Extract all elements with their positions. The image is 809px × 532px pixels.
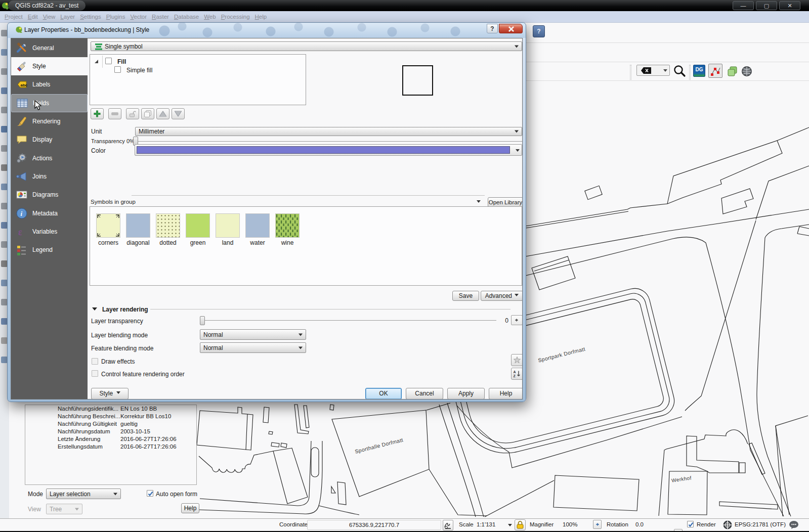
feature-order-button[interactable]: AZ bbox=[511, 368, 523, 380]
control-order-checkbox[interactable] bbox=[92, 370, 98, 377]
menu-help[interactable]: Help bbox=[252, 14, 270, 20]
dialog-help-button-bottom[interactable]: Help bbox=[489, 388, 523, 400]
sidebar-item-fields[interactable]: Fields bbox=[11, 94, 88, 112]
sidebar-item-style[interactable]: Style bbox=[11, 57, 88, 75]
layer-blending-combo[interactable]: Normal bbox=[200, 329, 306, 340]
view-combo[interactable]: Tree bbox=[46, 504, 82, 514]
window-minimize-button[interactable]: — bbox=[733, 1, 754, 10]
identify-help-button[interactable]: Help bbox=[181, 503, 199, 513]
coordinate-value[interactable]: 675336.9,221770.7 bbox=[307, 520, 441, 530]
fill-label[interactable]: Fill bbox=[117, 58, 126, 65]
menu-database[interactable]: Database bbox=[172, 14, 201, 20]
menu-view[interactable]: View bbox=[40, 14, 58, 20]
sidebar-item-variables[interactable]: ε Variables bbox=[11, 223, 88, 241]
scale-combo[interactable]: 1:1'131 bbox=[475, 520, 513, 530]
menu-raster[interactable]: Raster bbox=[149, 14, 172, 20]
symbol-tree-panel: Fill Simple fill bbox=[90, 54, 306, 105]
swatch-land[interactable] bbox=[216, 213, 240, 238]
messages-icon[interactable] bbox=[788, 520, 799, 530]
sidebar-item-actions[interactable]: Actions bbox=[11, 149, 88, 167]
symbol-type-combo[interactable]: Single symbol bbox=[91, 41, 522, 51]
dialog-close-button[interactable] bbox=[499, 24, 523, 33]
swatch-dotted[interactable] bbox=[156, 213, 180, 238]
crs-label[interactable]: EPSG:21781 (OTF) bbox=[735, 521, 786, 527]
sidebar-item-display[interactable]: Display bbox=[11, 130, 88, 149]
advanced-button[interactable]: Advanced bbox=[481, 291, 523, 301]
transparency-slider-groove[interactable] bbox=[136, 141, 522, 142]
sidebar-item-general[interactable]: General bbox=[11, 39, 88, 57]
duplicate-symbol-layer-button[interactable] bbox=[141, 108, 154, 119]
crs-globe-icon[interactable] bbox=[722, 520, 733, 530]
layer-rendering-collapse-icon[interactable] bbox=[92, 307, 97, 313]
swatch-label-wine: wine bbox=[272, 239, 303, 246]
style-menu-button[interactable]: Style bbox=[91, 388, 129, 400]
sidebar-item-labels[interactable]: abc Labels bbox=[11, 75, 88, 94]
feature-blending-combo[interactable]: Normal bbox=[200, 342, 306, 353]
sidebar-item-legend[interactable]: Legend bbox=[11, 241, 88, 259]
dg-plugin-icon[interactable]: DG bbox=[693, 65, 705, 77]
swatch-water[interactable] bbox=[245, 213, 270, 238]
open-library-button[interactable]: Open Library bbox=[488, 197, 523, 207]
vertex-tool-button[interactable] bbox=[708, 64, 722, 78]
globe-settings-icon[interactable] bbox=[741, 65, 753, 77]
symbols-group-combo[interactable] bbox=[132, 195, 485, 206]
sidebar-item-rendering[interactable]: Rendering bbox=[11, 112, 88, 130]
save-button[interactable]: Save bbox=[452, 291, 479, 301]
apply-button[interactable]: Apply bbox=[447, 388, 485, 400]
magnifier-spinner[interactable] bbox=[593, 520, 602, 529]
menu-project[interactable]: Project bbox=[2, 14, 25, 20]
swatch-corners[interactable] bbox=[96, 213, 120, 238]
effects-button[interactable] bbox=[511, 354, 523, 366]
unit-combo[interactable]: Millimeter bbox=[135, 127, 522, 136]
menu-layer[interactable]: Layer bbox=[58, 14, 77, 20]
layer-transparency-spinbox[interactable] bbox=[511, 315, 523, 325]
color-button[interactable] bbox=[135, 144, 522, 156]
help-toolbar-button[interactable]: ? bbox=[533, 25, 545, 37]
fields-icon bbox=[16, 97, 28, 109]
menu-plugins[interactable]: Plugins bbox=[104, 14, 128, 20]
swatch-label-green: green bbox=[182, 239, 214, 246]
menu-web[interactable]: Web bbox=[201, 14, 218, 20]
render-checkbox[interactable] bbox=[687, 521, 694, 527]
tree-expander-icon[interactable] bbox=[94, 59, 99, 64]
swatch-diagonal[interactable] bbox=[126, 213, 150, 238]
menu-settings[interactable]: Settings bbox=[77, 14, 104, 20]
window-close-button[interactable]: ✕ bbox=[779, 1, 800, 10]
cancel-button[interactable]: Cancel bbox=[406, 388, 443, 400]
lock-symbol-layer-button[interactable] bbox=[126, 108, 139, 119]
simple-fill-label[interactable]: Simple fill bbox=[126, 67, 152, 74]
layers-copy-icon[interactable] bbox=[727, 65, 739, 77]
identify-results-tree[interactable]: Nachführungsidentifik...EN Los 10 BB Nac… bbox=[25, 405, 197, 485]
layer-transparency-groove[interactable] bbox=[205, 320, 496, 321]
magnifier-value[interactable]: 100% bbox=[563, 521, 577, 527]
sidebar-item-metadata[interactable]: i Metadata bbox=[11, 204, 88, 223]
sidebar-item-joins[interactable]: Joins bbox=[11, 167, 88, 186]
identify-row-key: Nachführung Beschrei... bbox=[58, 413, 120, 419]
scale-lock-button[interactable] bbox=[515, 519, 526, 530]
menu-processing[interactable]: Processing bbox=[219, 14, 252, 20]
rotation-value[interactable]: 0.0 bbox=[635, 521, 644, 527]
scale-eraser-combo[interactable] bbox=[636, 65, 670, 76]
menu-vector[interactable]: Vector bbox=[127, 14, 149, 20]
window-maximize-button[interactable]: ▢ bbox=[756, 1, 777, 10]
draw-effects-checkbox[interactable] bbox=[92, 358, 98, 365]
add-symbol-layer-button[interactable] bbox=[91, 108, 104, 119]
mouse-cursor bbox=[34, 100, 42, 111]
zoom-tool-icon[interactable] bbox=[673, 64, 686, 77]
fill-checkbox[interactable] bbox=[105, 58, 112, 64]
ok-button[interactable]: OK bbox=[365, 388, 402, 400]
mouse-position-toggle[interactable] bbox=[443, 520, 453, 530]
layer-blending-label: Layer blending mode bbox=[91, 332, 148, 339]
swatch-green[interactable] bbox=[186, 213, 210, 238]
auto-open-form-checkbox[interactable] bbox=[147, 490, 153, 497]
move-down-button[interactable] bbox=[172, 108, 185, 119]
mode-combo[interactable]: Layer selection bbox=[46, 489, 121, 499]
swatch-wine[interactable] bbox=[275, 213, 300, 238]
move-up-button[interactable] bbox=[156, 108, 169, 119]
remove-symbol-layer-button[interactable] bbox=[108, 108, 121, 119]
layer-transparency-handle[interactable] bbox=[200, 316, 205, 325]
simple-fill-checkbox[interactable] bbox=[114, 66, 121, 73]
sidebar-item-diagrams[interactable]: Diagrams bbox=[11, 186, 88, 204]
dialog-help-button[interactable]: ? bbox=[487, 24, 498, 33]
menu-edit[interactable]: Edit bbox=[25, 14, 40, 20]
